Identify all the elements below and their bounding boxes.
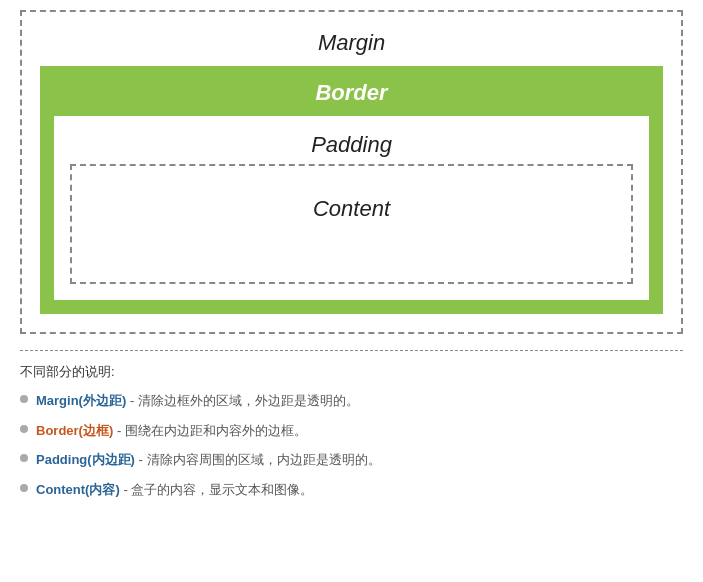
list-item: Padding(内边距) - 清除内容周围的区域，内边距是透明的。	[20, 450, 683, 470]
list-item: Content(内容) - 盒子的内容，显示文本和图像。	[20, 480, 683, 500]
bullet-icon	[20, 395, 28, 403]
list-item: Margin(外边距) - 清除边框外的区域，外边距是透明的。	[20, 391, 683, 411]
separator: -	[135, 452, 147, 467]
description-title: 不同部分的说明:	[20, 363, 683, 381]
bullet-icon	[20, 425, 28, 433]
separator: -	[113, 423, 125, 438]
list-item: Border(边框) - 围绕在内边距和内容外的边框。	[20, 421, 683, 441]
padding-box: Padding Content	[54, 116, 649, 300]
term: Content(内容)	[36, 482, 120, 497]
desc: 清除边框外的区域，外边距是透明的。	[138, 393, 359, 408]
separator: -	[120, 482, 132, 497]
bullet-icon	[20, 454, 28, 462]
border-box: Border Padding Content	[40, 66, 663, 314]
term: Border(边框)	[36, 423, 113, 438]
padding-label: Padding	[70, 132, 633, 158]
item-text: Content(内容) - 盒子的内容，显示文本和图像。	[36, 480, 313, 500]
term: Padding(内边距)	[36, 452, 135, 467]
css-box-model-diagram: Margin Border Padding Content	[20, 10, 683, 334]
term: Margin(外边距)	[36, 393, 126, 408]
desc: 盒子的内容，显示文本和图像。	[131, 482, 313, 497]
desc: 围绕在内边距和内容外的边框。	[125, 423, 307, 438]
item-text: Margin(外边距) - 清除边框外的区域，外边距是透明的。	[36, 391, 359, 411]
separator: -	[126, 393, 138, 408]
content-box: Content	[70, 164, 633, 284]
bullet-icon	[20, 484, 28, 492]
description-section: 不同部分的说明: Margin(外边距) - 清除边框外的区域，外边距是透明的。…	[20, 350, 683, 499]
description-list: Margin(外边距) - 清除边框外的区域，外边距是透明的。 Border(边…	[20, 391, 683, 499]
item-text: Padding(内边距) - 清除内容周围的区域，内边距是透明的。	[36, 450, 381, 470]
item-text: Border(边框) - 围绕在内边距和内容外的边框。	[36, 421, 307, 441]
content-label: Content	[92, 196, 611, 222]
desc: 清除内容周围的区域，内边距是透明的。	[147, 452, 381, 467]
margin-label: Margin	[40, 30, 663, 56]
border-label: Border	[54, 80, 649, 106]
